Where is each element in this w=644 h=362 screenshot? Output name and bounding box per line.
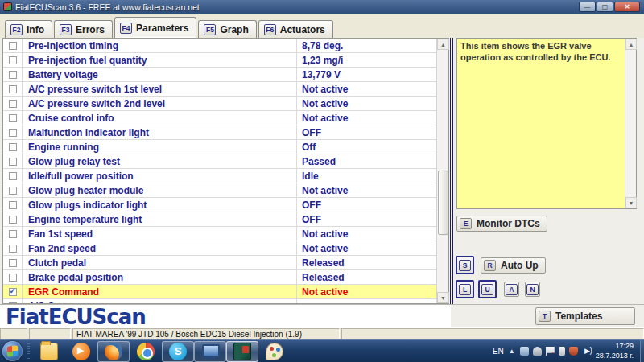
tab-actuators[interactable]: F6Actuators xyxy=(258,20,333,38)
templates-button[interactable]: T Templates xyxy=(535,307,635,325)
checkbox-cell xyxy=(3,270,23,285)
parameter-checkbox[interactable] xyxy=(9,85,17,93)
table-row[interactable]: Malfunction indicator lightOFF xyxy=(3,125,436,140)
parameter-checkbox[interactable] xyxy=(9,245,17,253)
firefox-taskbar-button[interactable] xyxy=(97,341,130,362)
scantool-icon xyxy=(233,343,251,360)
table-row[interactable]: Pre-injection timing8,78 deg. xyxy=(3,39,436,53)
parameter-name: Cruise control info xyxy=(23,111,297,125)
scroll-thumb[interactable] xyxy=(438,171,448,235)
table-row[interactable]: Cruise control infoNot active xyxy=(3,111,436,125)
parameter-checkbox[interactable] xyxy=(9,230,17,238)
scroll-down-arrow-icon[interactable]: ▼ xyxy=(437,292,449,303)
title-bar[interactable]: FiatECUScan 3.6 - FREE at www.fiatecusca… xyxy=(0,0,644,14)
start-button[interactable] xyxy=(2,341,23,361)
chrome-taskbar-button[interactable] xyxy=(130,341,162,362)
taskbar-icons xyxy=(33,340,291,362)
parameter-checkbox[interactable] xyxy=(9,172,17,180)
wmp-taskbar-button[interactable] xyxy=(65,341,97,362)
tab-graph[interactable]: F5Graph xyxy=(198,20,256,38)
info-scrollbar[interactable]: ▲ ▼ xyxy=(625,39,636,208)
table-row[interactable]: Engine temperature lightOFF xyxy=(3,212,436,227)
explorer-icon xyxy=(40,343,58,360)
table-row[interactable]: EGR CommandNot active xyxy=(3,285,436,299)
parameter-value: OFF xyxy=(297,125,436,140)
table-row[interactable]: Glow plugs indicator lightOFF xyxy=(3,198,436,212)
parameter-name: Pre-injection timing xyxy=(23,39,297,53)
n-button[interactable]: N xyxy=(525,282,540,297)
battery-tray-icon[interactable] xyxy=(559,347,565,356)
s-button[interactable]: S xyxy=(456,256,474,274)
show-hidden-icons-icon[interactable]: ▲ xyxy=(509,348,515,355)
show-desktop-button[interactable] xyxy=(640,340,644,362)
tab-info[interactable]: F2Info xyxy=(5,20,52,38)
parameter-checkbox[interactable] xyxy=(9,143,17,151)
parameter-checkbox[interactable] xyxy=(9,100,17,108)
paint-taskbar-button[interactable] xyxy=(258,341,291,362)
parameter-value: OFF xyxy=(297,198,436,212)
parameter-checkbox[interactable] xyxy=(9,158,17,166)
table-row[interactable]: Pre-injection fuel quantity1,23 mg/i xyxy=(3,53,436,68)
explorer-taskbar-button[interactable] xyxy=(33,341,65,362)
table-row[interactable]: A/C pressure switch 2nd levelNot active xyxy=(3,97,436,111)
parameter-checkbox[interactable] xyxy=(9,274,17,282)
tab-errors[interactable]: F3Errors xyxy=(54,20,113,38)
parameter-name: A/C pressure switch 2nd level xyxy=(23,97,297,111)
parameter-value: Not active xyxy=(297,285,436,299)
table-row[interactable]: Fan 1st speedNot active xyxy=(3,227,436,241)
minimize-button[interactable]: — xyxy=(579,2,596,12)
parameter-checkbox[interactable] xyxy=(9,114,17,122)
table-row[interactable]: A/C pressure switch 1st levelNot active xyxy=(3,82,436,97)
table-row[interactable]: Clutch pedalReleased xyxy=(3,256,436,270)
close-button[interactable]: ✕ xyxy=(614,2,640,12)
info-scroll-down-icon[interactable]: ▼ xyxy=(625,197,637,208)
scroll-up-arrow-icon[interactable]: ▲ xyxy=(437,39,449,50)
parameter-checkbox[interactable] xyxy=(9,56,17,64)
table-row[interactable]: Brake pedal positionReleased xyxy=(3,270,436,285)
parameter-checkbox[interactable] xyxy=(9,259,17,267)
table-row[interactable]: Engine runningOff xyxy=(3,140,436,154)
parameter-checkbox[interactable] xyxy=(9,129,17,137)
a-button[interactable]: A xyxy=(504,282,519,297)
parameter-name: Fan 2nd speed xyxy=(23,241,297,256)
table-scrollbar[interactable]: ▲ ▼ xyxy=(436,39,448,303)
tab-parameters[interactable]: F4Parameters xyxy=(114,17,196,38)
parameter-checkbox[interactable] xyxy=(9,71,17,79)
parameter-checkbox[interactable] xyxy=(9,187,17,195)
skype-taskbar-button[interactable] xyxy=(162,341,194,362)
usb-tray-icon[interactable] xyxy=(533,347,542,356)
key-f3: F3 xyxy=(60,24,72,35)
auto-up-button[interactable]: R Auto Up xyxy=(481,257,546,274)
parameter-checkbox[interactable] xyxy=(9,302,17,304)
parameter-value: Not active xyxy=(297,111,436,125)
parameter-checkbox[interactable] xyxy=(9,288,17,296)
checkbox-cell xyxy=(3,285,23,299)
volume-tray-icon[interactable] xyxy=(582,347,591,356)
table-row[interactable]: Glow plug heater moduleNot active xyxy=(3,183,436,198)
bluetooth-tray-icon[interactable] xyxy=(520,347,529,356)
language-indicator[interactable]: EN xyxy=(493,347,504,356)
table-row[interactable]: Glow plug relay testPassed xyxy=(3,154,436,169)
parameter-checkbox[interactable] xyxy=(9,201,17,209)
parameter-checkbox[interactable] xyxy=(9,216,17,224)
table-row[interactable]: Battery voltage13,779 V xyxy=(3,68,436,82)
table-row[interactable]: A/C Compressor xyxy=(3,299,436,303)
l-button[interactable]: L xyxy=(456,280,474,298)
clock[interactable]: 17:29 28.7.2013 г. xyxy=(596,342,634,360)
u-button[interactable]: U xyxy=(478,280,497,298)
checkbox-cell xyxy=(3,140,23,154)
flag-tray-icon[interactable] xyxy=(546,347,555,356)
checkbox-cell xyxy=(3,183,23,198)
maximize-button[interactable]: ▢ xyxy=(597,2,613,12)
info-scroll-up-icon[interactable]: ▲ xyxy=(625,39,637,50)
scantool-taskbar-button[interactable] xyxy=(226,341,258,362)
monitor-dtcs-button[interactable]: E Monitor DTCs xyxy=(456,216,547,232)
main-area: Pre-injection timing8,78 deg.Pre-injecti… xyxy=(0,38,644,304)
shield-tray-icon[interactable] xyxy=(569,347,578,356)
app-icon xyxy=(3,2,12,11)
computer-taskbar-button[interactable] xyxy=(194,341,226,362)
parameter-checkbox[interactable] xyxy=(9,42,17,50)
checkbox-cell xyxy=(3,111,23,125)
table-row[interactable]: Idle/full power positionIdle xyxy=(3,169,436,183)
table-row[interactable]: Fan 2nd speedNot active xyxy=(3,241,436,256)
